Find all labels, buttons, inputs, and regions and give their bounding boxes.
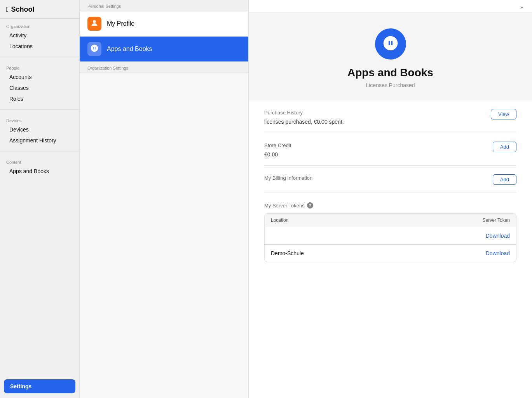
purchase-history-left: Purchase History licenses purchased, €0.… xyxy=(264,110,483,125)
hero-title: Apps and Books xyxy=(347,67,433,79)
tokens-table: Location Server Token Download Demo-Schu… xyxy=(264,213,516,262)
purchase-history-row: Purchase History licenses purchased, €0.… xyxy=(264,100,516,133)
middle-panel: Personal Settings My Profile Apps and Bo… xyxy=(80,0,249,398)
billing-right: Add xyxy=(493,174,516,185)
sidebar-item-classes[interactable]: Classes xyxy=(6,83,73,93)
sidebar-item-locations[interactable]: Locations xyxy=(6,41,73,51)
org-section: Organization Activity Locations xyxy=(0,19,79,54)
content-body: Purchase History licenses purchased, €0.… xyxy=(249,100,532,398)
app-header:  School xyxy=(0,0,79,19)
sidebar-item-accounts[interactable]: Accounts xyxy=(6,72,73,82)
my-profile-item[interactable]: My Profile xyxy=(80,11,248,37)
apps-and-books-item[interactable]: Apps and Books xyxy=(80,37,248,62)
apps-books-hero-icon xyxy=(375,28,406,60)
apps-books-icon xyxy=(87,42,101,56)
store-credit-title: Store Credit xyxy=(264,142,485,148)
billing-row: My Billing Information Add xyxy=(264,166,516,193)
token-row-1-location: Demo-Schule xyxy=(271,250,304,256)
devices-label: Devices xyxy=(6,118,73,123)
top-bar: ⌄ xyxy=(249,0,532,13)
divider-3 xyxy=(0,151,79,151)
my-profile-icon xyxy=(87,17,101,31)
store-credit-left: Store Credit €0.00 xyxy=(264,142,485,158)
divider-2 xyxy=(0,109,79,110)
org-label: Organization xyxy=(6,24,73,29)
token-row-1-download[interactable]: Download xyxy=(486,250,510,256)
purchase-history-right: View xyxy=(491,109,516,119)
tokens-title: My Server Tokens ? xyxy=(264,202,516,209)
org-settings-header: Organization Settings xyxy=(80,62,248,73)
tokens-title-text: My Server Tokens xyxy=(264,203,305,209)
divider-1 xyxy=(0,57,79,57)
person-icon xyxy=(90,19,99,29)
sidebar-item-apps-books[interactable]: Apps and Books xyxy=(6,166,73,176)
help-icon[interactable]: ? xyxy=(307,202,313,209)
sidebar-item-assignment-history[interactable]: Assignment History xyxy=(6,135,73,146)
apple-logo-icon:  xyxy=(6,5,9,14)
hero-section: Apps and Books Licenses Purchased xyxy=(249,13,532,100)
table-row: Download xyxy=(265,227,516,245)
apps-books-label: Apps and Books xyxy=(107,46,152,53)
sidebar-item-devices[interactable]: Devices xyxy=(6,124,73,135)
add-store-credit-button[interactable]: Add xyxy=(493,142,516,152)
content-section: Content Apps and Books xyxy=(0,154,79,179)
app-store-small-icon xyxy=(90,44,99,54)
sidebar:  School Organization Activity Locations… xyxy=(0,0,80,398)
main-content: ⌄ Apps and Books Licenses Purchased Purc… xyxy=(249,0,532,398)
sidebar-item-roles[interactable]: Roles xyxy=(6,94,73,104)
billing-left: My Billing Information xyxy=(264,175,485,184)
store-credit-right: Add xyxy=(493,142,516,152)
settings-button[interactable]: Settings xyxy=(4,379,75,393)
personal-settings-header: Personal Settings xyxy=(80,0,248,11)
billing-title: My Billing Information xyxy=(264,175,485,181)
svg-point-0 xyxy=(93,20,96,23)
purchase-history-value: licenses purchased, €0.00 spent. xyxy=(264,119,483,125)
sidebar-item-activity[interactable]: Activity xyxy=(6,30,73,40)
tokens-section: My Server Tokens ? Location Server Token… xyxy=(264,193,516,272)
token-row-0-download[interactable]: Download xyxy=(486,233,510,239)
store-credit-value: €0.00 xyxy=(264,151,485,158)
col-location-label: Location xyxy=(271,217,288,223)
purchase-history-title: Purchase History xyxy=(264,110,483,116)
chevron-down-icon[interactable]: ⌄ xyxy=(520,3,524,9)
app-store-large-icon xyxy=(382,35,399,53)
people-label: People xyxy=(6,66,73,70)
store-credit-row: Store Credit €0.00 Add xyxy=(264,133,516,166)
hero-subtitle: Licenses Purchased xyxy=(366,82,415,88)
table-row: Demo-Schule Download xyxy=(265,245,516,262)
sidebar-spacer xyxy=(0,179,79,375)
content-label: Content xyxy=(6,160,73,165)
devices-section: Devices Devices Assignment History xyxy=(0,113,79,148)
add-billing-button[interactable]: Add xyxy=(493,174,516,185)
my-profile-label: My Profile xyxy=(107,20,134,27)
view-button[interactable]: View xyxy=(491,109,516,119)
tokens-table-header: Location Server Token xyxy=(265,214,516,227)
people-section: People Accounts Classes Roles xyxy=(0,60,79,106)
col-server-token-label: Server Token xyxy=(483,217,510,223)
app-title: School xyxy=(11,5,35,14)
